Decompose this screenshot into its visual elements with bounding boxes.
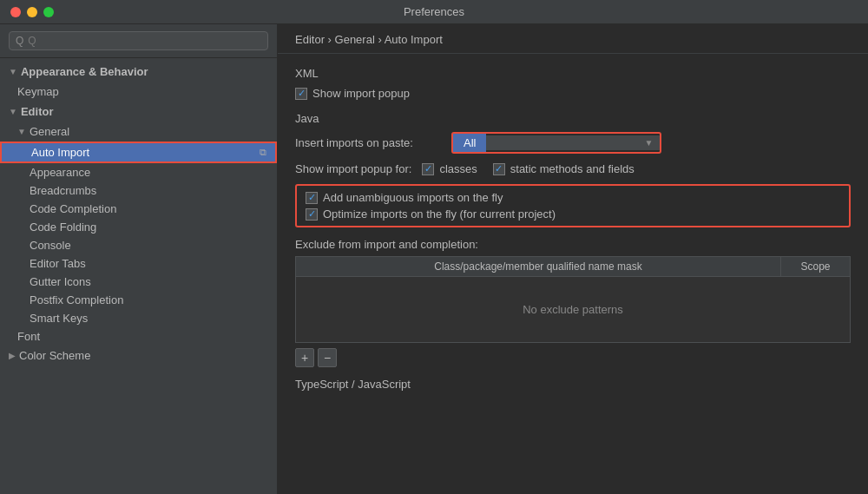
arrow-icon: ▼ bbox=[17, 127, 26, 136]
search-wrap[interactable]: Q bbox=[9, 31, 268, 50]
sidebar-label-appearance-behavior: Appearance & Behavior bbox=[21, 65, 148, 78]
exclude-table: Class/package/member qualified name mask… bbox=[295, 256, 851, 343]
window-controls bbox=[10, 7, 54, 17]
java-section-label: Java bbox=[295, 112, 851, 125]
sidebar-item-font[interactable]: Font bbox=[0, 327, 277, 346]
sidebar-label-editor: Editor bbox=[21, 105, 54, 118]
classes-wrap: classes bbox=[422, 162, 477, 175]
sidebar-label-auto-import: Auto Import bbox=[31, 146, 89, 159]
sidebar-item-auto-import[interactable]: Auto Import ⧉ bbox=[0, 142, 277, 163]
chevron-down-icon: ▼ bbox=[645, 138, 654, 148]
classes-label: classes bbox=[439, 162, 477, 175]
breadcrumb-part-general: General bbox=[335, 33, 375, 46]
insert-imports-label: Insert imports on paste: bbox=[295, 136, 443, 149]
add-unambiguous-label: Add unambiguous imports on the fly bbox=[323, 191, 503, 204]
remove-button[interactable]: − bbox=[318, 348, 337, 367]
add-unambiguous-row: Add unambiguous imports on the fly bbox=[306, 191, 840, 204]
breadcrumb: Editor › General › Auto Import bbox=[278, 24, 868, 54]
minimize-button[interactable] bbox=[27, 7, 37, 17]
breadcrumb-part-auto-import: Auto Import bbox=[385, 33, 443, 46]
optimize-imports-label: Optimize imports on the fly (for current… bbox=[323, 207, 556, 221]
show-import-popup-checkbox[interactable] bbox=[295, 88, 307, 100]
breadcrumb-sep2: › bbox=[378, 33, 384, 46]
classes-checkbox[interactable] bbox=[422, 163, 434, 175]
search-input[interactable] bbox=[28, 35, 261, 47]
titlebar: Preferences bbox=[0, 0, 868, 24]
popup-for-label: Show import popup for: bbox=[295, 162, 411, 175]
exclude-label: Exclude from import and completion: bbox=[295, 238, 851, 251]
table-empty-row: No exclude patterns bbox=[296, 277, 851, 343]
table-col-mask: Class/package/member qualified name mask bbox=[296, 257, 781, 277]
dropdown-rest[interactable]: ▼ bbox=[486, 135, 660, 150]
sidebar-label-general: General bbox=[30, 125, 69, 138]
optimize-imports-row: Optimize imports on the fly (for current… bbox=[306, 207, 840, 221]
content-pane: Editor › General › Auto Import XML Show … bbox=[278, 24, 868, 494]
table-empty-message: No exclude patterns bbox=[296, 277, 851, 343]
optimize-imports-checkbox[interactable] bbox=[306, 208, 318, 221]
typescript-label: TypeScript / JavaScript bbox=[295, 378, 851, 391]
maximize-button[interactable] bbox=[43, 7, 54, 17]
breadcrumb-sep1: › bbox=[328, 33, 335, 46]
sidebar-label-smart-keys: Smart Keys bbox=[30, 312, 88, 325]
dropdown-value: All bbox=[453, 134, 486, 152]
show-import-popup-row: Show import popup bbox=[295, 87, 851, 100]
sidebar-label-postfix-completion: Postfix Completion bbox=[30, 293, 123, 306]
show-import-popup-wrap: Show import popup bbox=[295, 87, 410, 100]
arrow-icon: ▼ bbox=[9, 107, 17, 116]
sidebar-label-breadcrumbs: Breadcrumbs bbox=[30, 184, 96, 197]
static-wrap: static methods and fields bbox=[493, 162, 635, 175]
sidebar-label-keymap: Keymap bbox=[9, 85, 59, 98]
popup-for-row: Show import popup for: classes static me… bbox=[295, 162, 851, 175]
search-bar: Q bbox=[0, 24, 277, 58]
sidebar-item-gutter-icons[interactable]: Gutter Icons bbox=[0, 273, 277, 291]
java-section: Java Insert imports on paste: All ▼ Show… bbox=[295, 112, 851, 367]
fly-options-box: Add unambiguous imports on the fly Optim… bbox=[295, 184, 851, 227]
sidebar-item-code-folding[interactable]: Code Folding bbox=[0, 218, 277, 236]
sidebar-label-code-completion: Code Completion bbox=[30, 202, 116, 215]
table-col-scope: Scope bbox=[781, 257, 851, 277]
sidebar-item-appearance-behavior[interactable]: ▼ Appearance & Behavior bbox=[0, 62, 277, 82]
static-checkbox[interactable] bbox=[493, 163, 505, 175]
sidebar-item-editor[interactable]: ▼ Editor bbox=[0, 102, 277, 122]
sidebar-item-postfix-completion[interactable]: Postfix Completion bbox=[0, 291, 277, 309]
sidebar-item-breadcrumbs[interactable]: Breadcrumbs bbox=[0, 181, 277, 200]
sidebar-label-color-scheme: Color Scheme bbox=[19, 349, 90, 362]
main-layout: Q ▼ Appearance & Behavior Keymap ▼ Edito… bbox=[0, 24, 868, 494]
arrow-icon: ▼ bbox=[9, 67, 17, 76]
arrow-icon: ▶ bbox=[9, 351, 16, 360]
sidebar-label-gutter-icons: Gutter Icons bbox=[30, 275, 91, 288]
show-import-popup-label: Show import popup bbox=[312, 87, 410, 100]
sidebar-item-smart-keys[interactable]: Smart Keys bbox=[0, 309, 277, 327]
sidebar: Q ▼ Appearance & Behavior Keymap ▼ Edito… bbox=[0, 24, 278, 494]
add-button[interactable]: + bbox=[295, 348, 314, 367]
popup-checkboxes: classes static methods and fields bbox=[422, 162, 634, 175]
window-title: Preferences bbox=[404, 5, 464, 18]
insert-imports-row: Insert imports on paste: All ▼ bbox=[295, 132, 851, 154]
sidebar-item-editor-tabs[interactable]: Editor Tabs bbox=[0, 254, 277, 273]
sidebar-label-appearance: Appearance bbox=[30, 166, 90, 179]
sidebar-label-console: Console bbox=[30, 239, 71, 252]
close-button[interactable] bbox=[10, 7, 21, 17]
add-unambiguous-checkbox[interactable] bbox=[306, 192, 318, 204]
sidebar-item-code-completion[interactable]: Code Completion bbox=[0, 200, 277, 218]
table-actions: + − bbox=[295, 348, 851, 367]
sidebar-label-code-folding: Code Folding bbox=[30, 221, 96, 234]
sidebar-item-keymap[interactable]: Keymap bbox=[0, 82, 277, 102]
breadcrumb-part-editor: Editor bbox=[295, 33, 325, 46]
sidebar-item-color-scheme[interactable]: ▶ Color Scheme bbox=[0, 346, 277, 366]
content-body: XML Show import popup Java Insert import… bbox=[278, 54, 868, 494]
insert-imports-dropdown[interactable]: All ▼ bbox=[451, 132, 661, 154]
copy-icon: ⧉ bbox=[260, 147, 266, 158]
sidebar-item-console[interactable]: Console bbox=[0, 236, 277, 254]
sidebar-item-appearance[interactable]: Appearance bbox=[0, 163, 277, 181]
nav-tree: ▼ Appearance & Behavior Keymap ▼ Editor … bbox=[0, 58, 277, 494]
static-label: static methods and fields bbox=[510, 162, 635, 175]
search-icon: Q bbox=[16, 35, 23, 47]
xml-section-label: XML bbox=[295, 67, 851, 80]
sidebar-item-general[interactable]: ▼ General bbox=[0, 122, 277, 142]
sidebar-label-font: Font bbox=[17, 330, 40, 343]
sidebar-label-editor-tabs: Editor Tabs bbox=[30, 257, 86, 270]
